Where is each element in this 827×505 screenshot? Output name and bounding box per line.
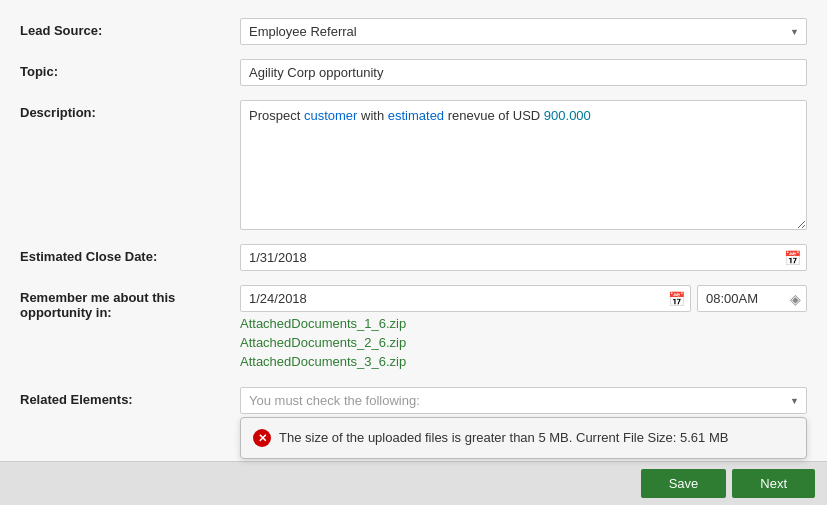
desc-estimated: estimated (388, 108, 444, 123)
lead-source-select[interactable]: Employee Referral (240, 18, 807, 45)
remember-time-wrap[interactable]: ◈ (697, 285, 807, 312)
desc-renevue: renevue of USD (444, 108, 544, 123)
related-elements-select[interactable]: You must check the following: (240, 387, 807, 414)
description-field[interactable]: Prospect customer with estimated renevue… (240, 100, 807, 230)
attachment-1[interactable]: AttachedDocuments_1_6.zip (240, 316, 807, 331)
close-date-label: Estimated Close Date: (20, 244, 240, 264)
related-elements-label: Related Elements: (20, 387, 240, 407)
lead-source-label: Lead Source: (20, 18, 240, 38)
description-label: Description: (20, 100, 240, 120)
footer-bar: Save Next (0, 461, 827, 505)
attachment-2[interactable]: AttachedDocuments_2_6.zip (240, 335, 807, 350)
lead-source-field[interactable]: Employee Referral (240, 18, 807, 45)
topic-row: Topic: (20, 59, 807, 86)
remember-date-calendar-icon[interactable]: 📅 (668, 291, 685, 307)
related-elements-row: Related Elements: You must check the fol… (20, 387, 807, 414)
desc-customer: customer (304, 108, 357, 123)
remember-row: Remember me about this opportunity in: 📅… (20, 285, 807, 373)
lead-source-row: Lead Source: Employee Referral (20, 18, 807, 45)
attachment-3[interactable]: AttachedDocuments_3_6.zip (240, 354, 807, 369)
topic-field[interactable] (240, 59, 807, 86)
remember-field[interactable]: 📅 ◈ AttachedDocuments_1_6.zip AttachedDo… (240, 285, 807, 373)
save-button[interactable]: Save (641, 469, 727, 498)
remember-label: Remember me about this opportunity in: (20, 285, 240, 320)
error-popup: ✕ The size of the uploaded files is grea… (240, 417, 807, 459)
description-row: Description: Prospect customer with esti… (20, 100, 807, 230)
close-date-field[interactable]: 📅 (240, 244, 807, 271)
remember-time-clock-icon[interactable]: ◈ (790, 291, 801, 307)
desc-with: with (357, 108, 387, 123)
desc-prospect: Prospect (249, 108, 304, 123)
remember-date-wrap[interactable]: 📅 (240, 285, 691, 312)
close-date-row: Estimated Close Date: 📅 (20, 244, 807, 271)
related-elements-field[interactable]: You must check the following: ▼ ✕ The si… (240, 387, 807, 414)
close-date-calendar-icon[interactable]: 📅 (784, 250, 801, 266)
topic-label: Topic: (20, 59, 240, 79)
remember-date-input[interactable] (240, 285, 691, 312)
desc-amount: 900.000 (544, 108, 591, 123)
description-textarea[interactable]: Prospect customer with estimated renevue… (240, 100, 807, 230)
topic-input[interactable] (240, 59, 807, 86)
error-message: The size of the uploaded files is greate… (279, 428, 728, 448)
attachments-list: AttachedDocuments_1_6.zip AttachedDocume… (240, 316, 807, 369)
error-icon: ✕ (253, 429, 271, 447)
next-button[interactable]: Next (732, 469, 815, 498)
close-date-input[interactable] (240, 244, 807, 271)
